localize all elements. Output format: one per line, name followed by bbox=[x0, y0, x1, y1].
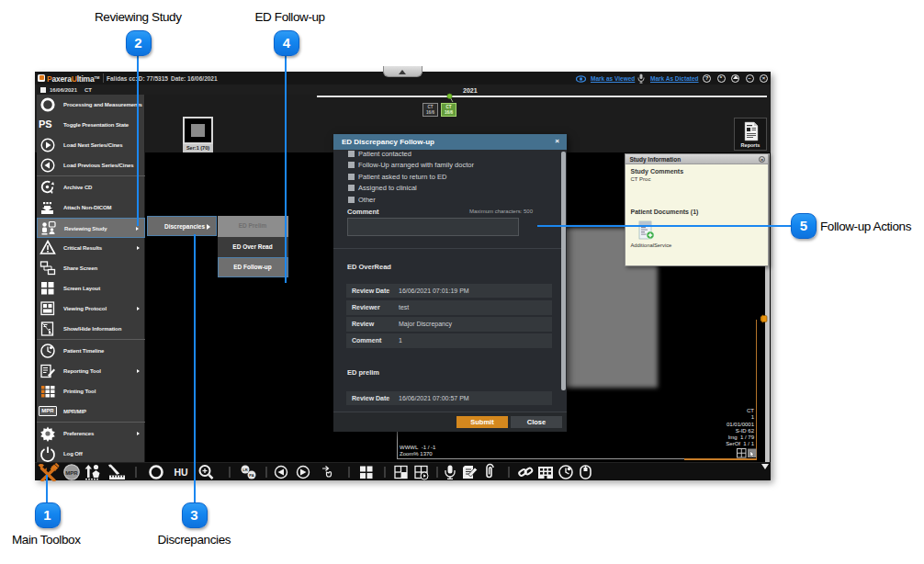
svg-text:LR: LR bbox=[242, 468, 247, 472]
svg-text:HU: HU bbox=[174, 467, 187, 478]
svg-text:MPR: MPR bbox=[65, 470, 78, 476]
svg-text:PA: PA bbox=[249, 473, 254, 478]
